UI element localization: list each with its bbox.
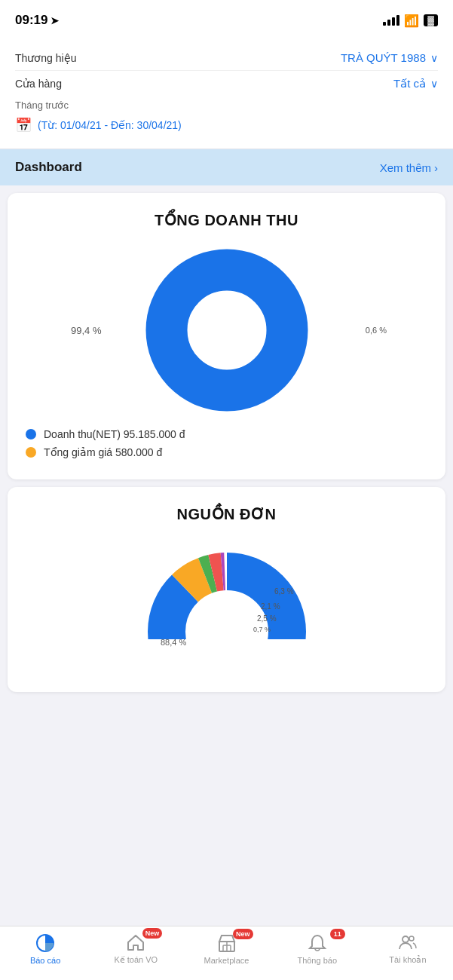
brand-chevron-icon: ∨: [430, 52, 438, 64]
signal-icon: [383, 15, 399, 26]
nav-label-marketplace: Marketplace: [204, 956, 249, 965]
nav-item-ke-toan-vo[interactable]: New Kế toán VO: [90, 933, 181, 965]
period-label: Tháng trước: [15, 96, 438, 111]
legend-label-discount: Tổng giảm giá 580.000 đ: [44, 446, 162, 458]
status-icons: 📶 ▓: [383, 14, 438, 28]
svg-point-19: [402, 936, 409, 942]
date-range-row[interactable]: 📅 (Từ: 01/04/21 - Đến: 30/04/21): [15, 111, 438, 139]
nav-icon-wrap-bao-cao: [35, 933, 55, 953]
chart-pie-icon: [35, 933, 55, 953]
revenue-chart-card: TỔNG DOANH THU 99,4 % 0,6 %: [8, 193, 445, 479]
dashboard-title: Dashboard: [15, 160, 82, 175]
brand-filter-row[interactable]: Thương hiệu TRÀ QUÝT 1988 ∨: [15, 45, 438, 70]
location-icon: ➤: [51, 15, 59, 26]
svg-text:88,4 %: 88,4 %: [161, 638, 186, 647]
order-source-chart-card: NGUỒN ĐƠN 88,4 % 6,3 %: [8, 487, 445, 692]
date-filter-row[interactable]: Tháng trước 📅 (Từ: 01/04/21 - Đến: 30/04…: [15, 96, 438, 139]
revenue-chart-title: TỔNG DOANH THU: [20, 211, 433, 229]
view-more-arrow-icon: ›: [434, 161, 438, 174]
legend-dot-discount: [26, 447, 36, 458]
nav-item-marketplace[interactable]: New Marketplace: [181, 933, 271, 965]
legend-item-net: Doanh thu(NET) 95.185.000 đ: [26, 428, 427, 440]
svg-text:2,5 %: 2,5 %: [257, 614, 277, 623]
ke-toan-badge: New: [142, 928, 163, 939]
status-time: 09:19 ➤: [15, 13, 59, 28]
store-value: Tất cả: [393, 77, 426, 90]
thong-bao-badge: 11: [330, 929, 345, 939]
nav-item-bao-cao[interactable]: Báo cáo: [0, 933, 90, 965]
svg-text:2,1 %: 2,1 %: [261, 602, 280, 611]
order-source-svg: 88,4 % 6,3 % 2,1 % 2,5 % 0,7 %: [136, 541, 317, 677]
status-bar: 09:19 ➤ 📶 ▓: [0, 0, 453, 36]
svg-point-2: [188, 291, 266, 369]
marketplace-badge: New: [233, 929, 253, 939]
svg-text:6,3 %: 6,3 %: [274, 587, 294, 596]
users-icon: [398, 933, 418, 952]
store-value-container[interactable]: Tất cả ∨: [393, 77, 438, 90]
nav-icon-wrap-tai-khoan: [398, 933, 418, 952]
store-filter-row[interactable]: Cửa hàng Tất cả ∨: [15, 70, 438, 96]
brand-label: Thương hiệu: [15, 52, 76, 64]
view-more-button[interactable]: Xem thêm ›: [380, 161, 438, 174]
nav-item-thong-bao[interactable]: 11 Thông báo: [272, 933, 363, 965]
order-source-title: NGUỒN ĐƠN: [20, 505, 433, 523]
store-label: Cửa hàng: [15, 78, 62, 90]
view-more-label: Xem thêm: [380, 161, 431, 174]
filter-section: Thương hiệu TRÀ QUÝT 1988 ∨ Cửa hàng Tất…: [0, 36, 453, 149]
bottom-nav: Báo cáo New Kế toán VO New Marketplace: [0, 926, 453, 980]
bell-icon: [308, 933, 327, 953]
order-source-donut-container: 88,4 % 6,3 % 2,1 % 2,5 % 0,7 %: [20, 541, 433, 677]
brand-value-container[interactable]: TRÀ QUÝT 1988 ∨: [341, 51, 438, 64]
nav-label-thong-bao: Thông báo: [297, 956, 337, 965]
dashboard-header: Dashboard Xem thêm ›: [0, 149, 453, 185]
wifi-icon: 📶: [404, 14, 419, 28]
store-chevron-icon: ∨: [430, 78, 438, 90]
donut-right-label: 0,6 %: [366, 326, 387, 335]
date-range-text: (Từ: 01/04/21 - Đến: 30/04/21): [38, 119, 182, 131]
nav-icon-wrap-marketplace: New: [217, 933, 237, 953]
svg-text:0,7 %: 0,7 %: [253, 626, 271, 633]
svg-point-20: [409, 936, 414, 941]
nav-item-tai-khoan[interactable]: Tài khoản: [363, 933, 453, 965]
nav-label-bao-cao: Báo cáo: [30, 956, 60, 965]
revenue-donut-container: 99,4 % 0,6 %: [20, 247, 433, 413]
legend-item-discount: Tổng giảm giá 580.000 đ: [26, 446, 427, 458]
nav-icon-wrap-ke-toan-vo: New: [126, 933, 145, 952]
battery-icon: ▓: [424, 14, 438, 26]
legend-dot-net: [26, 429, 36, 439]
nav-icon-wrap-thong-bao: 11: [308, 933, 327, 953]
nav-label-ke-toan-vo: Kế toán VO: [114, 955, 158, 965]
revenue-legend: Doanh thu(NET) 95.185.000 đ Tổng giảm gi…: [20, 428, 433, 458]
brand-value: TRÀ QUÝT 1988: [341, 51, 426, 64]
revenue-donut-svg: [144, 247, 310, 413]
nav-label-tai-khoan: Tài khoản: [389, 955, 426, 965]
legend-label-net: Doanh thu(NET) 95.185.000 đ: [44, 428, 185, 440]
donut-left-label: 99,4 %: [71, 325, 101, 336]
calendar-icon: 📅: [15, 117, 32, 133]
